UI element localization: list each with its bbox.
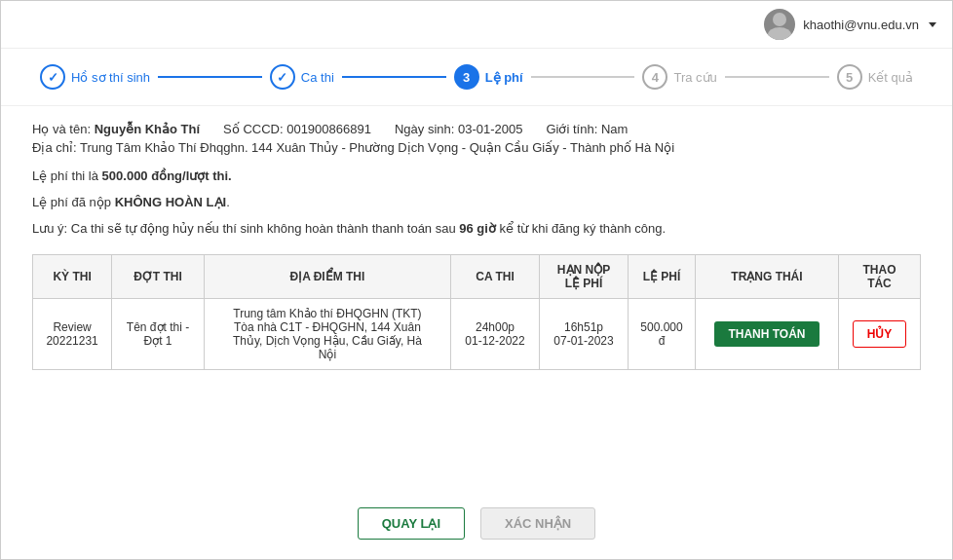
name-label: Họ và tên: — [32, 122, 91, 136]
gender-field: Giới tính: Nam — [546, 122, 628, 136]
candidate-info-row1: Họ và tên: Nguyễn Khảo Thí Số CCCD: 0019… — [32, 122, 921, 136]
step-3-label: Lệ phí — [485, 70, 523, 85]
cell-ca-thi: 24h00p01-12-2022 — [451, 299, 540, 370]
confirm-button[interactable]: XÁC NHẬN — [480, 507, 595, 540]
id-value: 001900866891 — [286, 122, 371, 136]
footer-buttons: QUAY LẠI XÁC NHẬN — [1, 492, 952, 559]
warning-notice: Lưu ý: Ca thi sẽ tự động hủy nếu thí sin… — [32, 219, 921, 240]
back-button[interactable]: QUAY LẠI — [358, 507, 465, 540]
step-4-circle: 4 — [642, 64, 667, 90]
line-1-2 — [158, 76, 262, 78]
cell-thao-tac[interactable]: HỦY — [838, 299, 920, 370]
dob-value: 03-01-2005 — [458, 122, 523, 136]
step-3: 3 Lệ phí — [454, 64, 523, 90]
svg-point-1 — [768, 27, 791, 40]
name-field: Họ và tên: Nguyễn Khảo Thí — [32, 122, 200, 136]
col-ky-thi: KỲ THI — [33, 255, 112, 299]
cell-le-phi: 500.000đ — [629, 299, 696, 370]
col-han-nop: HẠN NỘPLỆ PHÍ — [540, 255, 629, 299]
step-1: ✓ Hồ sơ thí sinh — [40, 64, 150, 90]
gender-value: Nam — [601, 122, 628, 136]
warning-prefix: Lưu ý: Ca thi sẽ tự động hủy nếu thí sin… — [32, 221, 459, 236]
fee-notice-1: Lệ phí thi là 500.000 đồng/lượt thi. — [32, 167, 921, 187]
fee-table: KỲ THI ĐỢT THI ĐỊA ĐIỂM THI CA THI HẠN N… — [32, 254, 921, 370]
user-email: khaothi@vnu.edu.vn — [803, 18, 919, 32]
header: khaothi@vnu.edu.vn — [1, 1, 952, 49]
fee-notice-2: Lệ phí đã nộp KHÔNG HOÀN LẠI. — [32, 193, 921, 213]
col-le-phi: LỆ PHÍ — [629, 255, 696, 299]
step-3-circle: 3 — [454, 64, 479, 90]
table-row: Review20221231 Tên đợt thi -Đợt 1 Trung … — [33, 299, 921, 370]
main-content: Họ và tên: Nguyễn Khảo Thí Số CCCD: 0019… — [1, 106, 952, 492]
cell-dot-thi: Tên đợt thi -Đợt 1 — [112, 299, 205, 370]
col-dia-diem: ĐỊA ĐIỂM THI — [204, 255, 450, 299]
address-row: Địa chỉ: Trung Tâm Khảo Thí Đhqghn. 144 … — [32, 140, 921, 155]
id-field: Số CCCD: 001900866891 — [223, 122, 371, 136]
step-4: 4 Tra cứu — [642, 64, 716, 90]
step-4-label: Tra cứu — [673, 70, 716, 85]
fee-dot: . — [226, 195, 230, 209]
steps-bar: ✓ Hồ sơ thí sinh ✓ Ca thi 3 Lệ phí 4 Tra… — [1, 49, 952, 106]
chevron-down-icon — [929, 22, 936, 27]
step-2-label: Ca thi — [301, 70, 334, 85]
line-2-3 — [342, 76, 446, 78]
col-trang-thai: TRẠNG THÁI — [696, 255, 839, 299]
line-4-5 — [725, 76, 829, 78]
step-1-label: Hồ sơ thí sinh — [71, 70, 150, 85]
avatar — [764, 9, 795, 40]
warning-suffix: kể từ khi đăng ký thành công. — [496, 221, 666, 236]
address-value: Trung Tâm Khảo Thí Đhqghn. 144 Xuân Thủy… — [80, 140, 674, 155]
warning-hours: 96 giờ — [459, 221, 496, 236]
cell-trang-thai[interactable]: THANH TOÁN — [696, 299, 839, 370]
fee-refund: KHÔNG HOÀN LẠI — [115, 195, 226, 209]
svg-point-0 — [773, 13, 786, 26]
cell-han-nop: 16h51p07-01-2023 — [540, 299, 629, 370]
col-ca-thi: CA THI — [451, 255, 540, 299]
step-5: 5 Kết quả — [837, 64, 913, 90]
fee-text2: Lệ phí đã nộp — [32, 195, 115, 209]
step-2-circle: ✓ — [270, 64, 295, 90]
cell-dia-diem: Trung tâm Khảo thí ĐHQGHN (TKT)Tòa nhà C… — [204, 299, 450, 370]
user-info[interactable]: khaothi@vnu.edu.vn — [764, 9, 936, 40]
dob-label: Ngày sinh: — [395, 122, 454, 136]
cancel-row-button[interactable]: HỦY — [853, 320, 907, 348]
col-thao-tac: THAOTÁC — [838, 255, 920, 299]
fee-text1: Lệ phí thi là — [32, 168, 102, 183]
pay-button[interactable]: THANH TOÁN — [714, 321, 819, 347]
line-3-4 — [531, 76, 635, 78]
col-dot-thi: ĐỢT THI — [112, 255, 205, 299]
step-2: ✓ Ca thi — [270, 64, 334, 90]
id-label: Số CCCD: — [223, 122, 283, 136]
address-label: Địa chỉ: — [32, 140, 77, 155]
cell-ky-thi: Review20221231 — [33, 299, 112, 370]
step-1-circle: ✓ — [40, 64, 65, 90]
step-5-circle: 5 — [837, 64, 862, 90]
fee-amount: 500.000 đồng/lượt thi. — [102, 168, 232, 183]
name-value: Nguyễn Khảo Thí — [95, 122, 200, 136]
step-5-label: Kết quả — [868, 70, 913, 85]
dob-field: Ngày sinh: 03-01-2005 — [395, 122, 523, 136]
gender-label: Giới tính: — [546, 122, 597, 136]
